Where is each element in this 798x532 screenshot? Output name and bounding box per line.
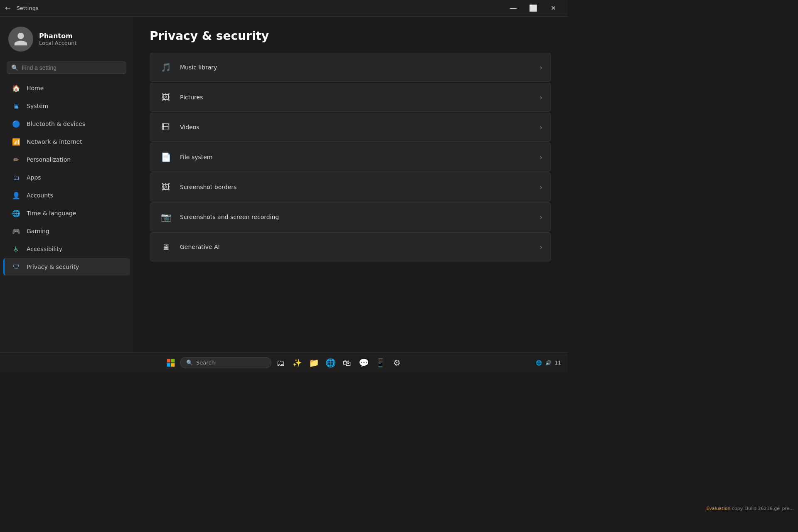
pictures-icon: 🖼 (158, 90, 173, 105)
back-button[interactable]: ← (5, 4, 10, 12)
sidebar-item-time[interactable]: 🌐Time & language (3, 204, 130, 222)
sidebar-item-label-home: Home (27, 85, 44, 91)
search-input[interactable] (22, 64, 122, 71)
sidebar-item-label-gaming: Gaming (27, 228, 49, 234)
generative-ai-label: Generative AI (180, 244, 540, 250)
close-button[interactable]: ✕ (544, 2, 563, 15)
start-button[interactable] (163, 355, 178, 370)
settings-item-videos[interactable]: 🎞Videos› (150, 113, 551, 142)
sidebar-item-label-personalization: Personalization (27, 156, 71, 163)
generative-ai-chevron-icon: › (540, 243, 542, 251)
settings-item-pictures[interactable]: 🖼Pictures› (150, 83, 551, 112)
settings-item-screenshot-borders[interactable]: 🖼Screenshot borders› (150, 172, 551, 202)
videos-icon: 🎞 (158, 120, 173, 135)
svg-rect-2 (167, 363, 170, 366)
page-title: Privacy & security (150, 29, 551, 43)
taskbar-files-icon[interactable]: 📁 (306, 355, 321, 370)
system-nav-icon: 🖥 (12, 101, 21, 111)
settings-item-screenshots-recording[interactable]: 📷Screenshots and screen recording› (150, 202, 551, 232)
user-info: Phantom Local Account (39, 32, 76, 46)
taskbar-search-icon: 🔍 (186, 360, 193, 366)
taskbar-center: 🔍 Search 🗂 ✨ 📁 🌐 🛍 💬 📱 ⚙️ (163, 355, 404, 370)
taskbar-teams-icon[interactable]: 💬 (356, 355, 371, 370)
accounts-nav-icon: 👤 (12, 191, 21, 200)
taskbar-store-icon[interactable]: 🛍 (340, 355, 355, 370)
settings-item-file-system[interactable]: 📄File system› (150, 143, 551, 172)
sidebar-item-system[interactable]: 🖥System (3, 97, 130, 115)
home-nav-icon: 🏠 (12, 84, 21, 93)
window-title: Settings (16, 5, 500, 11)
avatar (8, 27, 33, 52)
user-name: Phantom (39, 32, 76, 40)
sidebar-item-label-accounts: Accounts (27, 192, 53, 199)
accessibility-nav-icon: ♿ (12, 244, 21, 254)
taskbar-search[interactable]: 🔍 Search (180, 357, 271, 368)
content-area: Privacy & security 🎵Music library›🖼Pictu… (133, 17, 568, 352)
generative-ai-icon: 🖥 (158, 239, 173, 254)
windows-logo-icon (167, 359, 175, 367)
search-box[interactable]: 🔍 (7, 62, 126, 74)
sidebar-item-home[interactable]: 🏠Home (3, 79, 130, 97)
taskbar-phone-icon[interactable]: 📱 (373, 355, 388, 370)
personalization-nav-icon: ✏️ (12, 155, 21, 164)
sidebar-item-network[interactable]: 📶Network & internet (3, 133, 130, 150)
taskbar-search-label: Search (196, 360, 215, 366)
screenshot-borders-icon: 🖼 (158, 180, 173, 195)
taskbar-sound-icon: 🔊 (545, 360, 552, 366)
sidebar-item-label-time: Time & language (27, 210, 76, 217)
user-type: Local Account (39, 40, 76, 46)
pictures-chevron-icon: › (540, 94, 542, 101)
network-nav-icon: 📶 (12, 137, 21, 146)
taskbar-right: 🌐 🔊 11 (536, 360, 561, 366)
screenshots-recording-chevron-icon: › (540, 213, 542, 221)
taskbar-copilot-icon[interactable]: ✨ (290, 355, 305, 370)
music-library-chevron-icon: › (540, 64, 542, 71)
videos-chevron-icon: › (540, 123, 542, 131)
settings-item-generative-ai[interactable]: 🖥Generative AI› (150, 232, 551, 261)
sidebar-item-label-accessibility: Accessibility (27, 246, 62, 252)
taskbar-multidesktop-icon[interactable]: 🗂 (273, 355, 288, 370)
sidebar-item-label-privacy: Privacy & security (27, 264, 79, 270)
screenshots-recording-label: Screenshots and screen recording (180, 214, 540, 220)
svg-rect-1 (171, 359, 175, 362)
videos-label: Videos (180, 124, 540, 131)
screenshot-borders-label: Screenshot borders (180, 184, 540, 190)
taskbar-settings-icon[interactable]: ⚙️ (389, 355, 404, 370)
sidebar-item-label-bluetooth: Bluetooth & devices (27, 121, 85, 127)
titlebar: ← Settings — ⬜ ✕ (0, 0, 568, 17)
sidebar-item-privacy[interactable]: 🛡Privacy & security (3, 258, 130, 276)
screenshots-recording-icon: 📷 (158, 209, 173, 224)
sidebar-item-personalization[interactable]: ✏️Personalization (3, 151, 130, 168)
pictures-label: Pictures (180, 94, 540, 101)
taskbar-time: 11 (555, 360, 561, 366)
avatar-icon (13, 31, 29, 47)
time-nav-icon: 🌐 (12, 209, 21, 218)
file-system-icon: 📄 (158, 150, 173, 165)
app-container: Phantom Local Account 🔍 🏠Home🖥System🔵Blu… (0, 17, 568, 352)
minimize-button[interactable]: — (504, 2, 523, 15)
settings-item-music-library[interactable]: 🎵Music library› (150, 53, 551, 82)
sidebar-item-label-network: Network & internet (27, 138, 82, 145)
screenshot-borders-chevron-icon: › (540, 183, 542, 191)
sidebar-item-gaming[interactable]: 🎮Gaming (3, 222, 130, 240)
file-system-label: File system (180, 154, 540, 160)
maximize-button[interactable]: ⬜ (524, 2, 543, 15)
taskbar: 🔍 Search 🗂 ✨ 📁 🌐 🛍 💬 📱 ⚙️ 🌐 🔊 11 (0, 352, 568, 372)
search-icon: 🔍 (11, 64, 18, 71)
apps-nav-icon: 🗂 (12, 173, 21, 182)
gaming-nav-icon: 🎮 (12, 227, 21, 236)
sidebar-item-accessibility[interactable]: ♿Accessibility (3, 240, 130, 258)
taskbar-network-icon: 🌐 (536, 360, 542, 366)
music-library-icon: 🎵 (158, 60, 173, 75)
privacy-nav-icon: 🛡 (12, 262, 21, 271)
music-library-label: Music library (180, 64, 540, 71)
taskbar-edge-icon[interactable]: 🌐 (323, 355, 338, 370)
sidebar-item-label-apps: Apps (27, 174, 41, 181)
svg-rect-3 (171, 363, 175, 366)
window-controls: — ⬜ ✕ (504, 2, 563, 15)
sidebar-item-accounts[interactable]: 👤Accounts (3, 187, 130, 204)
svg-rect-0 (167, 359, 170, 362)
sidebar-item-apps[interactable]: 🗂Apps (3, 169, 130, 186)
settings-list: 🎵Music library›🖼Pictures›🎞Videos›📄File s… (150, 53, 551, 261)
sidebar-item-bluetooth[interactable]: 🔵Bluetooth & devices (3, 115, 130, 133)
